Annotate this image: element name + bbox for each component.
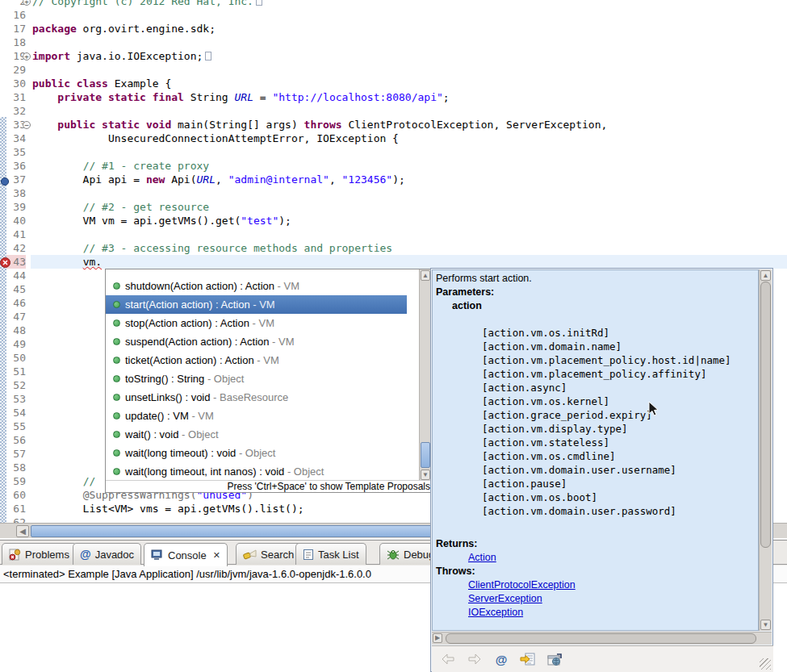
proposal-scrollbar[interactable]: ▲ ▼	[419, 269, 431, 481]
line-number: 30	[6, 77, 26, 90]
resize-grip[interactable]	[760, 658, 771, 670]
scroll-up-icon[interactable]: ▲	[760, 270, 771, 281]
code-line: public static void main(String[] args) t…	[32, 118, 607, 131]
show-in-javadoc-view-icon[interactable]	[520, 652, 536, 666]
proposal-label: update() : VM	[125, 410, 189, 422]
code-line: //	[32, 474, 102, 488]
proposal-item[interactable]: unsetLinks() : void - BaseResource	[106, 388, 431, 407]
fold-collapse-icon[interactable]: −	[23, 121, 31, 129]
proposal-item[interactable]: shutdown(Action action) : Action - VM	[106, 277, 431, 295]
line-number: 62	[6, 515, 26, 523]
scroll-up-icon[interactable]: ▲	[421, 270, 430, 281]
throws-link-list: ClientProtocolExceptionServerExceptionIO…	[436, 578, 755, 620]
throws-type-link[interactable]: ClientProtocolException	[468, 579, 576, 591]
proposal-label: wait(long timeout) : void	[125, 447, 236, 459]
debug-icon	[387, 549, 400, 561]
line-number: 46	[6, 296, 26, 310]
javadoc-hscrollbar[interactable]: ◀ ▶	[432, 632, 772, 645]
line-number: 32	[6, 104, 26, 118]
proposal-origin: - VM	[270, 336, 295, 348]
line-number: 45	[6, 282, 26, 296]
proposal-item[interactable]: wait(long timeout, int nanos) : void - O…	[106, 462, 431, 481]
proposal-origin: - VM	[254, 354, 279, 366]
mouse-cursor	[648, 401, 659, 420]
proposal-label: toString() : String	[125, 373, 204, 385]
param-value-list: [action.vm.os.initRd][action.vm.domain.n…	[436, 326, 755, 518]
fold-expand-icon[interactable]: +	[23, 0, 31, 6]
returns-type-link[interactable]: Action	[468, 552, 496, 563]
param-value: [action.vm.os.kernel]	[436, 394, 755, 408]
javadoc-description: Performs start action.	[436, 272, 755, 286]
line-number: 41	[6, 227, 26, 241]
breakpoint-icon[interactable]	[0, 175, 10, 185]
proposal-item[interactable]: stop(Action action) : Action - VM	[106, 314, 431, 332]
proposal-label: stop(Action action) : Action	[125, 317, 249, 329]
back-icon[interactable]	[440, 652, 456, 666]
proposal-label: wait(long timeout, int nanos) : void	[125, 465, 284, 478]
tab-problems[interactable]: Problems	[2, 543, 77, 565]
close-icon[interactable]: ✕	[213, 550, 220, 561]
proposal-list[interactable]: shutdown(Action action) : Action - VMsta…	[106, 269, 431, 481]
public-method-icon	[113, 319, 120, 327]
javadoc-vscrollbar[interactable]: ▲ ▼	[759, 269, 772, 631]
line-number: 49	[6, 337, 26, 351]
tab-javadoc[interactable]: @Javadoc	[73, 543, 141, 565]
javadoc-vscroll-thumb[interactable]	[760, 282, 771, 548]
code-line: // Copyright (c) 2012 Red Hat, Inc.	[32, 0, 262, 8]
proposal-item[interactable]: ticket(Action action) : Action - VM	[106, 351, 431, 369]
tab-console[interactable]: Console✕	[144, 543, 228, 566]
scroll-down-icon[interactable]: ▼	[760, 620, 771, 630]
open-in-browser-icon[interactable]	[546, 652, 563, 666]
javadoc-hscroll-thumb[interactable]	[446, 633, 756, 644]
proposal-item[interactable]: suspend(Action action) : Action - VM	[106, 332, 431, 351]
line-number: 51	[6, 365, 26, 378]
code-line: List<VM> vms = api.getVMs().list();	[32, 502, 304, 515]
tab-task-list[interactable]: Task List	[295, 543, 366, 565]
tab-search[interactable]: Search	[236, 543, 301, 565]
fold-expand-icon[interactable]: +	[23, 52, 31, 61]
editor-hscroll-thumb[interactable]	[31, 525, 432, 537]
scroll-left-icon[interactable]: ◀	[16, 525, 29, 537]
proposal-origin: - Object	[204, 373, 244, 385]
public-method-icon	[113, 375, 120, 382]
proposal-scroll-thumb[interactable]	[421, 442, 430, 468]
code-line: import java.io.IOException;	[32, 49, 211, 63]
tab-label: Task List	[318, 549, 359, 561]
show-attached-javadoc-icon[interactable]: @	[493, 652, 509, 666]
proposal-item[interactable]: toString() : String - Object	[106, 369, 431, 388]
proposal-origin: - Object	[236, 447, 275, 459]
line-number: 44	[6, 269, 26, 282]
param-name: action	[436, 299, 755, 313]
javadoc-toolbar: @	[432, 645, 773, 672]
proposal-item[interactable]: start(Action action) : Action - VM	[106, 295, 407, 314]
task-list-icon	[303, 549, 314, 561]
line-number: 17	[6, 22, 26, 35]
param-value: [action.pause]	[436, 477, 755, 490]
proposal-item[interactable]: wait(long timeout) : void - Object	[106, 444, 431, 462]
public-method-icon	[113, 431, 120, 438]
param-value: [action.vm.placement_policy.host.id|name…	[436, 353, 755, 367]
javadoc-hover: Performs start action. Parameters: actio…	[430, 268, 773, 672]
throws-type-link[interactable]: IOException	[468, 607, 523, 618]
code-line: // #1 - create proxy	[32, 159, 209, 173]
throws-type-link[interactable]: ServerException	[468, 593, 542, 604]
proposal-label: unsetLinks() : void	[125, 391, 211, 403]
scroll-down-icon[interactable]: ▼	[421, 470, 430, 480]
proposal-origin: - VM	[250, 298, 275, 311]
proposal-item[interactable]: update() : VM - VM	[106, 407, 431, 425]
tab-label: Console	[168, 549, 207, 561]
proposal-label: ticket(Action action) : Action	[125, 354, 254, 366]
proposal-label: shutdown(Action action) : Action	[125, 280, 274, 292]
public-method-icon	[113, 394, 120, 401]
scroll-right-icon[interactable]: ▶	[433, 633, 442, 643]
code-line: package org.ovirt.engine.sdk;	[32, 22, 216, 35]
proposal-origin: - VM	[274, 280, 299, 292]
line-number: 52	[6, 378, 26, 392]
tab-label: Search	[261, 549, 294, 561]
code-line: private static final String URL = "http:…	[32, 90, 450, 104]
line-number: 18	[6, 35, 26, 49]
proposal-item[interactable]: wait() : void - Object	[106, 425, 431, 444]
param-value: [action.vm.os.initRd]	[436, 326, 755, 340]
forward-icon[interactable]	[467, 652, 483, 666]
proposal-origin: - Object	[284, 465, 324, 478]
